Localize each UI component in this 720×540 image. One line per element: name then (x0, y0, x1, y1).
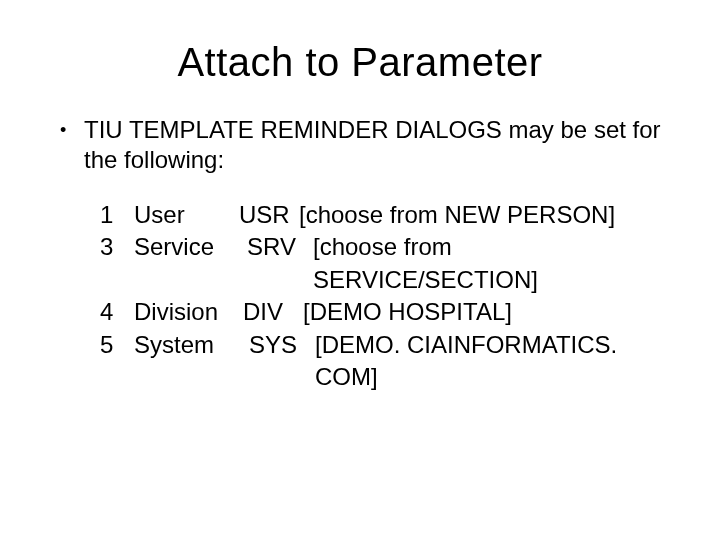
parameter-list: 1 User USR [choose from NEW PERSON] 3 Se… (100, 199, 680, 393)
list-item: 3 Service SRV [choose from SERVICE/SECTI… (100, 231, 680, 296)
row-number: 4 (100, 296, 134, 328)
bullet-text: TIU TEMPLATE REMINDER DIALOGS may be set… (84, 115, 680, 175)
row-desc: [choose from SERVICE/SECTION] (307, 231, 680, 296)
row-code: DIV (239, 296, 303, 328)
row-number: 5 (100, 329, 134, 394)
row-code: SYS (239, 329, 309, 394)
row-desc: [choose from NEW PERSON] (299, 199, 680, 231)
row-name: Service (134, 231, 239, 296)
row-code: SRV (239, 231, 307, 296)
bullet-dot: • (60, 115, 84, 145)
slide-title: Attach to Parameter (40, 40, 680, 85)
row-desc: [DEMO HOSPITAL] (303, 296, 680, 328)
slide: Attach to Parameter • TIU TEMPLATE REMIN… (0, 0, 720, 540)
row-name: User (134, 199, 239, 231)
row-code: USR (239, 199, 299, 231)
list-item: 1 User USR [choose from NEW PERSON] (100, 199, 680, 231)
row-number: 3 (100, 231, 134, 296)
list-item: 4 Division DIV [DEMO HOSPITAL] (100, 296, 680, 328)
bullet-item: • TIU TEMPLATE REMINDER DIALOGS may be s… (60, 115, 680, 175)
row-number: 1 (100, 199, 134, 231)
list-item: 5 System SYS [DEMO. CIAINFORMATICS. COM] (100, 329, 680, 394)
row-name: System (134, 329, 239, 394)
row-desc: [DEMO. CIAINFORMATICS. COM] (309, 329, 680, 394)
row-name: Division (134, 296, 239, 328)
